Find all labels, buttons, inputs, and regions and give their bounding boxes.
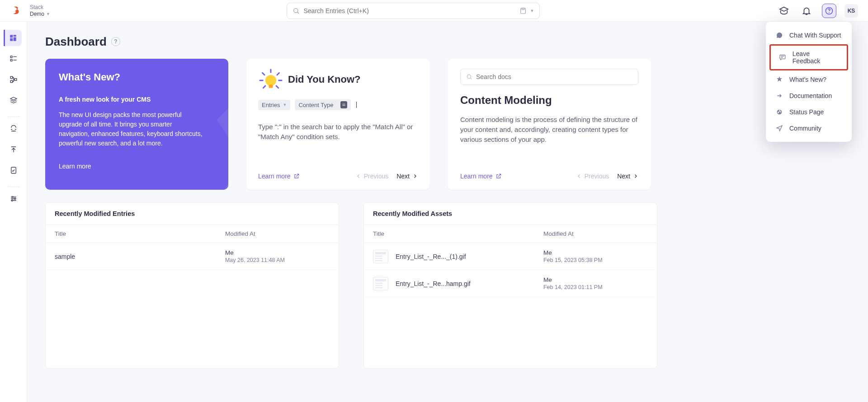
chevron-left-icon: [356, 173, 361, 179]
asset-title: Entry_List_-_Re...hamp.gif: [396, 280, 471, 287]
svg-point-19: [11, 131, 12, 131]
chip-entries: Entries▼: [258, 100, 290, 110]
stack-label: Stack: [30, 4, 50, 11]
svg-line-28: [277, 73, 279, 75]
help-documentation[interactable]: Documentation: [768, 88, 850, 104]
docs-search[interactable]: [460, 69, 638, 85]
feedback-icon: [779, 54, 786, 61]
user-avatar[interactable]: KS: [844, 4, 858, 18]
stack-selector[interactable]: Stack Demo▼: [30, 4, 50, 18]
global-search[interactable]: ▼: [287, 3, 540, 19]
help-icon[interactable]: [822, 4, 836, 18]
external-link-icon: [495, 173, 502, 179]
search-chevron-down-icon[interactable]: ▼: [530, 9, 534, 13]
svg-point-33: [265, 75, 276, 86]
svg-rect-34: [269, 84, 273, 88]
chevron-right-icon: [633, 173, 638, 179]
entry-title: sample: [55, 253, 75, 260]
main-content: Dashboard ? i What's New? A fresh new lo…: [27, 22, 868, 402]
dyk-next-button[interactable]: Next: [396, 173, 418, 180]
entry-mod-by: Me: [225, 249, 330, 256]
svg-point-35: [467, 75, 471, 78]
chevron-right-icon: [412, 173, 418, 179]
nav-publish-queue[interactable]: [5, 121, 22, 137]
svg-line-27: [262, 73, 264, 75]
assets-col-mod: Modified At: [543, 230, 648, 237]
entry-mod-date: May 26, 2023 11:48 AM: [225, 257, 330, 263]
docs-body: Content modeling is the process of defin…: [460, 115, 638, 166]
help-community[interactable]: Community: [768, 120, 850, 136]
svg-rect-10: [14, 37, 16, 41]
nav-content-types[interactable]: [5, 71, 22, 88]
svg-rect-16: [10, 76, 13, 79]
lightbulb-icon: [258, 69, 280, 90]
svg-line-32: [276, 86, 278, 88]
help-status-page[interactable]: Status Page: [768, 104, 850, 120]
did-you-know-body: Type ":" in the search bar to apply the …: [258, 122, 418, 166]
dyk-prev-button[interactable]: Previous: [356, 173, 388, 180]
whats-new-learn-more[interactable]: Learn more: [59, 163, 215, 170]
page-help-icon[interactable]: ?: [111, 37, 120, 46]
svg-point-25: [11, 200, 13, 201]
asset-mod-date: Feb 15, 2023 05:38 PM: [543, 257, 648, 263]
docs-next-button[interactable]: Next: [617, 173, 638, 180]
notifications-icon[interactable]: [799, 4, 814, 18]
left-nav: [0, 22, 27, 402]
svg-point-23: [12, 196, 13, 198]
stack-name: Demo: [30, 11, 44, 18]
card-docs: Content Modeling Content modeling is the…: [448, 59, 651, 190]
asset-mod-date: Feb 14, 2023 01:11 PM: [543, 284, 648, 290]
svg-rect-9: [14, 35, 16, 37]
svg-rect-2: [520, 8, 525, 14]
svg-rect-17: [10, 80, 13, 83]
assets-row[interactable]: Entry_List_-_Re...hamp.gif Me Feb 14, 20…: [364, 270, 657, 297]
asset-thumb-icon: [373, 277, 388, 290]
nav-settings[interactable]: [5, 191, 22, 207]
nav-assets[interactable]: [5, 92, 22, 108]
arrow-right-icon: [776, 92, 783, 99]
svg-rect-18: [14, 79, 17, 81]
svg-rect-6: [780, 55, 785, 59]
search-icon: [292, 7, 300, 14]
assets-row[interactable]: Entry_List_-_Re..._(1).gif Me Feb 15, 20…: [364, 243, 657, 270]
whats-new-subtitle: A fresh new look for your CMS: [59, 96, 215, 103]
entries-row[interactable]: sample Me May 26, 2023 11:48 AM: [46, 243, 339, 270]
nav-releases[interactable]: [5, 141, 22, 158]
chip-content-type: Content Type =: [295, 99, 351, 110]
asset-thumb-icon: [373, 250, 388, 263]
search-input[interactable]: [303, 7, 515, 14]
asset-mod-by: Me: [543, 276, 648, 283]
svg-rect-12: [10, 56, 12, 58]
star-icon: [776, 76, 783, 83]
help-chat-support[interactable]: Chat With Support: [768, 27, 850, 43]
help-whats-new[interactable]: What's New?: [768, 71, 850, 88]
svg-point-20: [13, 131, 14, 131]
svg-point-24: [14, 198, 15, 200]
search-icon: [466, 74, 472, 80]
send-icon: [776, 125, 783, 132]
help-leave-feedback[interactable]: Leave Feedback: [769, 44, 848, 70]
app-logo[interactable]: [10, 5, 22, 17]
assets-panel-title: Recently Modified Assets: [364, 203, 657, 225]
assets-col-title: Title: [373, 230, 543, 237]
status-icon: [776, 108, 783, 116]
text-cursor: [356, 102, 357, 108]
asset-title: Entry_List_-_Re..._(1).gif: [396, 253, 466, 260]
docs-search-input[interactable]: [476, 73, 632, 80]
svg-rect-8: [10, 35, 13, 37]
page-title: Dashboard: [45, 35, 107, 49]
save-search-icon[interactable]: [519, 7, 527, 14]
nav-dashboard[interactable]: [4, 30, 22, 46]
nav-entries[interactable]: [5, 51, 22, 67]
entries-panel-title: Recently Modified Entries: [46, 203, 339, 225]
entries-col-mod: Modified At: [225, 230, 330, 237]
svg-line-31: [263, 86, 265, 88]
docs-prev-button[interactable]: Previous: [576, 173, 609, 180]
svg-line-1: [297, 12, 299, 13]
dyk-learn-more[interactable]: Learn more: [258, 173, 300, 180]
learning-icon[interactable]: [777, 4, 791, 18]
docs-learn-more[interactable]: Learn more: [460, 173, 502, 180]
svg-rect-11: [10, 38, 13, 41]
whats-new-title: What's New?: [59, 71, 215, 83]
nav-tasks[interactable]: [5, 162, 22, 178]
